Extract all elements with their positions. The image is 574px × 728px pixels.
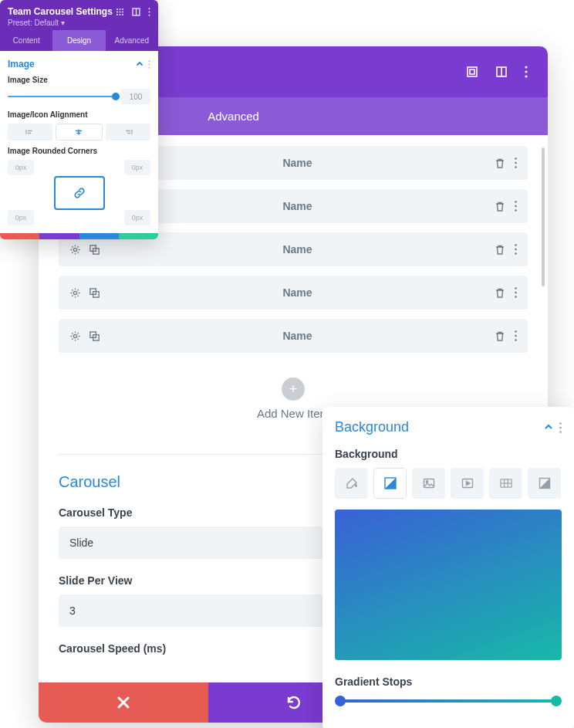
trash-icon[interactable] bbox=[495, 244, 505, 256]
svg-point-4 bbox=[525, 66, 527, 68]
svg-point-22 bbox=[515, 244, 517, 246]
small-tabs: Content Design Advanced bbox=[0, 30, 158, 51]
svg-point-5 bbox=[525, 70, 527, 73]
svg-point-61 bbox=[120, 14, 121, 15]
columns-icon[interactable] bbox=[132, 8, 140, 16]
trash-icon[interactable] bbox=[495, 157, 505, 169]
svg-point-59 bbox=[122, 11, 123, 12]
align-center-icon[interactable] bbox=[56, 124, 102, 141]
duplicate-icon[interactable] bbox=[89, 330, 100, 342]
image-section-header[interactable]: Image bbox=[8, 59, 150, 69]
item-name-label: Name bbox=[100, 286, 495, 299]
gear-icon[interactable] bbox=[69, 287, 81, 299]
svg-point-17 bbox=[515, 205, 517, 207]
expand-icon[interactable] bbox=[466, 66, 478, 78]
svg-point-66 bbox=[149, 11, 150, 12]
item-name-label: Name bbox=[100, 330, 495, 342]
tab-content[interactable]: Content bbox=[0, 30, 52, 51]
more-icon[interactable] bbox=[148, 60, 150, 69]
corners-label: Image Rounded Corners bbox=[8, 147, 150, 155]
svg-point-36 bbox=[515, 339, 517, 341]
svg-point-28 bbox=[515, 287, 517, 290]
corner-bl-input[interactable]: 0px bbox=[8, 210, 34, 225]
svg-point-40 bbox=[559, 426, 562, 428]
svg-point-41 bbox=[559, 431, 562, 433]
svg-point-69 bbox=[149, 63, 150, 65]
image-size-slider[interactable] bbox=[8, 96, 115, 97]
svg-rect-0 bbox=[468, 67, 477, 76]
gradient-stop-start[interactable] bbox=[335, 696, 346, 706]
scrollbar[interactable] bbox=[542, 147, 545, 286]
trash-icon[interactable] bbox=[495, 201, 505, 212]
more-icon[interactable] bbox=[515, 157, 517, 169]
cancel-button[interactable] bbox=[39, 682, 208, 723]
gradient-preview[interactable] bbox=[335, 510, 562, 660]
gradient-stop-end[interactable] bbox=[551, 696, 562, 706]
image-section-title: Image bbox=[8, 59, 35, 69]
columns-icon[interactable] bbox=[495, 66, 508, 78]
more-icon[interactable] bbox=[515, 287, 517, 299]
tab-advanced[interactable]: Advanced bbox=[106, 30, 158, 51]
gear-icon[interactable] bbox=[69, 244, 81, 256]
corner-br-input[interactable]: 0px bbox=[124, 210, 150, 225]
svg-point-39 bbox=[559, 422, 562, 425]
svg-point-35 bbox=[515, 334, 517, 337]
svg-point-55 bbox=[120, 8, 121, 10]
svg-point-58 bbox=[120, 11, 121, 12]
bg-gradient-icon[interactable] bbox=[373, 468, 407, 499]
svg-point-25 bbox=[73, 291, 76, 294]
tab-advanced[interactable]: Advanced bbox=[184, 97, 282, 135]
svg-point-57 bbox=[116, 11, 118, 12]
svg-point-12 bbox=[515, 166, 517, 168]
image-size-value[interactable]: 100 bbox=[121, 89, 150, 104]
more-icon[interactable] bbox=[148, 8, 150, 16]
bg-video-icon[interactable] bbox=[451, 468, 484, 499]
svg-marker-47 bbox=[466, 482, 470, 486]
bg-mask-icon[interactable] bbox=[528, 468, 561, 499]
trash-icon[interactable] bbox=[495, 287, 505, 299]
bg-pattern-icon[interactable] bbox=[489, 468, 522, 499]
svg-marker-43 bbox=[385, 478, 396, 489]
trash-icon[interactable] bbox=[495, 330, 505, 342]
gradient-stops-slider[interactable] bbox=[335, 696, 562, 706]
gradient-track bbox=[339, 699, 557, 703]
list-item[interactable]: Name bbox=[59, 319, 528, 353]
chevron-up-icon[interactable] bbox=[136, 60, 144, 69]
align-right-icon[interactable] bbox=[106, 124, 150, 141]
svg-point-45 bbox=[426, 481, 427, 483]
gear-icon[interactable] bbox=[69, 330, 81, 342]
chevron-up-icon[interactable] bbox=[544, 422, 553, 433]
svg-rect-44 bbox=[424, 479, 434, 488]
settings-header-icons bbox=[466, 66, 528, 78]
more-icon[interactable] bbox=[559, 422, 562, 433]
svg-point-70 bbox=[149, 66, 150, 68]
more-icon[interactable] bbox=[515, 244, 517, 256]
corner-tl-input[interactable]: 0px bbox=[8, 160, 34, 175]
more-icon[interactable] bbox=[515, 201, 517, 212]
bg-color-icon[interactable] bbox=[335, 468, 368, 499]
svg-point-31 bbox=[73, 334, 76, 337]
image-size-label: Image Size bbox=[8, 76, 150, 84]
duplicate-icon[interactable] bbox=[89, 244, 100, 256]
corner-tr-input[interactable]: 0px bbox=[124, 160, 150, 175]
preset-dropdown[interactable]: Preset: Default ▾ bbox=[8, 19, 150, 27]
svg-point-56 bbox=[122, 8, 123, 10]
more-icon[interactable] bbox=[525, 66, 528, 78]
bg-image-icon[interactable] bbox=[412, 468, 445, 499]
svg-point-16 bbox=[515, 201, 517, 203]
tab-design[interactable]: Design bbox=[52, 30, 105, 51]
more-icon[interactable] bbox=[515, 330, 517, 342]
svg-point-24 bbox=[515, 252, 517, 255]
duplicate-icon[interactable] bbox=[89, 287, 100, 299]
align-left-icon[interactable] bbox=[8, 124, 52, 141]
small-footer-strip bbox=[0, 233, 158, 239]
background-section-title[interactable]: Background bbox=[335, 419, 409, 435]
link-corners-icon[interactable] bbox=[54, 176, 105, 210]
item-name-label: Name bbox=[100, 157, 495, 169]
alignment-label: Image/Icon Alignment bbox=[8, 110, 150, 119]
drag-icon[interactable] bbox=[116, 8, 124, 16]
list-item[interactable]: Name bbox=[59, 276, 528, 310]
svg-point-62 bbox=[122, 14, 123, 15]
svg-point-34 bbox=[515, 330, 517, 333]
add-item-button[interactable]: + bbox=[282, 378, 305, 401]
